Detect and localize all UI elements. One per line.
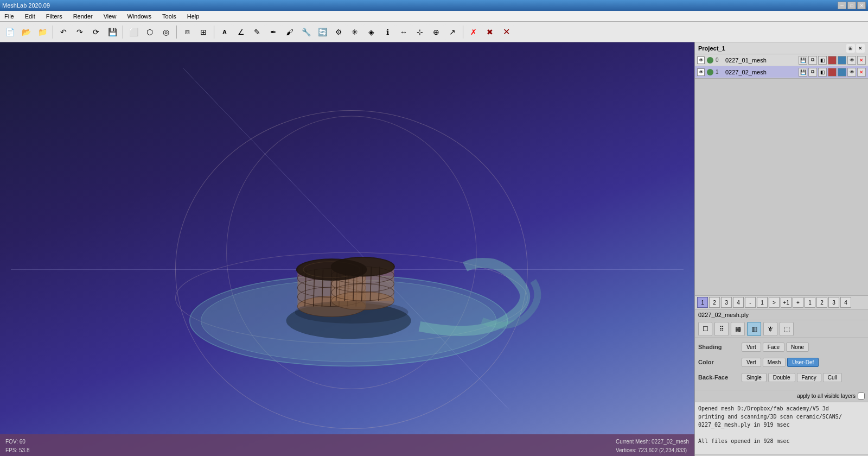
close-button[interactable]: ✕ bbox=[857, 2, 866, 9]
box-select-btn[interactable]: ⬜ bbox=[126, 24, 141, 40]
page-1-btn[interactable]: 1 bbox=[697, 297, 708, 308]
save-btn[interactable]: 💾 bbox=[105, 24, 120, 40]
angle-btn[interactable]: ∠ bbox=[233, 24, 248, 40]
page-next-btn[interactable]: > bbox=[769, 297, 780, 308]
render-points-btn[interactable]: ⠿ bbox=[714, 322, 729, 336]
color-mesh-btn[interactable]: Mesh bbox=[763, 358, 786, 367]
mesh-del-0[interactable]: ✕ bbox=[857, 56, 866, 65]
mesh-col1-0[interactable] bbox=[828, 56, 837, 65]
lasso-btn[interactable]: ◎ bbox=[158, 24, 174, 40]
project-close-btn[interactable]: ✕ bbox=[856, 44, 865, 53]
info-btn[interactable]: 🔧 bbox=[298, 24, 314, 40]
backface-cull-btn[interactable]: Cull bbox=[823, 373, 842, 382]
mesh-index-1: 1 bbox=[716, 69, 723, 75]
mesh-eye-1[interactable]: 👁 bbox=[697, 68, 705, 76]
mesh-eye-0[interactable]: 👁 bbox=[697, 56, 705, 64]
render-bbox-btn[interactable]: ☐ bbox=[698, 322, 712, 336]
menu-help[interactable]: Help bbox=[185, 12, 202, 21]
ortho-btn[interactable]: ⊞ bbox=[196, 24, 211, 40]
page-plus-btn[interactable]: + bbox=[793, 297, 803, 308]
menu-filters[interactable]: Filters bbox=[44, 12, 65, 21]
mesh-eye2-0[interactable]: 👁 bbox=[847, 56, 856, 65]
page-2b-btn[interactable]: 2 bbox=[816, 297, 827, 308]
color-row: Color Vert Mesh User-Def bbox=[698, 356, 865, 368]
backface-double-btn[interactable]: Double bbox=[768, 373, 795, 382]
page-minus-btn[interactable]: - bbox=[745, 297, 756, 308]
mesh-dupe-1[interactable]: ⧉ bbox=[808, 68, 817, 77]
mesh-save-0[interactable]: 💾 bbox=[799, 56, 807, 65]
xyz-btn[interactable]: ⊹ bbox=[412, 24, 427, 40]
color-vert-btn[interactable]: Vert bbox=[742, 358, 761, 367]
render-texture-btn[interactable]: ⬚ bbox=[780, 322, 794, 336]
shading-face-btn[interactable]: Face bbox=[763, 343, 784, 352]
mesh-col2-0[interactable] bbox=[838, 56, 846, 65]
render-flat-btn[interactable]: 🗡 bbox=[763, 322, 777, 336]
measure-btn[interactable]: A bbox=[217, 24, 232, 40]
red-x-btn[interactable]: ✗ bbox=[466, 24, 481, 40]
reload-btn[interactable]: ⟳ bbox=[88, 24, 104, 40]
mesh-row-0[interactable]: 👁 0 0227_01_mesh 💾 ⧉ ◧ 👁 ✕ bbox=[695, 54, 868, 66]
page-2a-btn[interactable]: 2 bbox=[709, 297, 720, 308]
arrow-btn[interactable]: ↔ bbox=[396, 24, 411, 40]
backface-single-btn[interactable]: Single bbox=[742, 373, 767, 382]
shading-vert-btn[interactable]: Vert bbox=[742, 343, 761, 352]
split-btn[interactable]: ⧈ bbox=[180, 24, 195, 40]
mesh-row-1[interactable]: 👁 1 0227_02_mesh 💾 ⧉ ◧ 👁 ✕ bbox=[695, 66, 868, 78]
paint-btn[interactable]: 🖌 bbox=[282, 24, 297, 40]
magnet-btn[interactable]: 🔄 bbox=[315, 24, 330, 40]
mesh-del-1[interactable]: ✕ bbox=[857, 68, 866, 77]
backface-label: Back-Face bbox=[698, 374, 742, 381]
project-expand-btn[interactable]: ⊞ bbox=[846, 44, 855, 53]
layer-space bbox=[695, 79, 868, 295]
red-x3-btn[interactable]: ✕ bbox=[499, 24, 514, 40]
brush-btn[interactable]: ✒ bbox=[266, 24, 281, 40]
arrow2-btn[interactable]: ↗ bbox=[445, 24, 460, 40]
color-userdef-btn[interactable]: User-Def bbox=[787, 358, 819, 367]
mesh-filename-text: 0227_02_mesh.ply bbox=[698, 312, 749, 318]
apply-checkbox[interactable] bbox=[858, 392, 865, 400]
redo-btn[interactable]: ↷ bbox=[72, 24, 87, 40]
open-btn[interactable]: 📂 bbox=[18, 24, 34, 40]
open2-btn[interactable]: 📁 bbox=[35, 24, 50, 40]
clean-log-button[interactable]: Clean Log bbox=[695, 454, 868, 456]
mesh-col1-1[interactable] bbox=[828, 68, 837, 77]
menu-render[interactable]: Render bbox=[71, 12, 95, 21]
shading-none-btn[interactable]: None bbox=[786, 343, 809, 352]
cursor-btn[interactable]: ⊕ bbox=[429, 24, 444, 40]
align-btn[interactable]: ⚙ bbox=[331, 24, 346, 40]
mesh-save-1[interactable]: 💾 bbox=[799, 68, 807, 77]
red-x2-btn[interactable]: ✖ bbox=[482, 24, 497, 40]
poly-select-btn[interactable]: ⬡ bbox=[142, 24, 157, 40]
info2-btn[interactable]: ℹ bbox=[380, 24, 395, 40]
undo-btn[interactable]: ↶ bbox=[56, 24, 71, 40]
page-3-btn[interactable]: 3 bbox=[721, 297, 732, 308]
render-wire-btn[interactable]: ▥ bbox=[747, 322, 761, 336]
menu-file[interactable]: File bbox=[2, 12, 16, 21]
page-1c-btn[interactable]: 1 bbox=[805, 297, 815, 308]
mesh-index-0: 0 bbox=[716, 57, 723, 63]
menu-view[interactable]: View bbox=[101, 12, 119, 21]
mesh-dupe-0[interactable]: ⧉ bbox=[808, 56, 817, 65]
maximize-button[interactable]: □ bbox=[847, 2, 856, 9]
page-plus1-btn[interactable]: +1 bbox=[781, 297, 792, 308]
backface-fancy-btn[interactable]: Fancy bbox=[797, 373, 821, 382]
mesh-eye2-1[interactable]: 👁 bbox=[847, 68, 856, 77]
minimize-button[interactable]: ─ bbox=[838, 2, 846, 9]
menu-tools[interactable]: Tools bbox=[160, 12, 178, 21]
viewport[interactable]: FOV: 60 FPS: 53.8 BO_RENDERING Current M… bbox=[0, 42, 694, 456]
mesh-view-1[interactable]: ◧ bbox=[818, 68, 827, 77]
pick-btn[interactable]: ✎ bbox=[250, 24, 265, 40]
page-1b-btn[interactable]: 1 bbox=[757, 297, 768, 308]
scatter-btn[interactable]: ✳ bbox=[347, 24, 362, 40]
mesh-view-0[interactable]: ◧ bbox=[818, 56, 827, 65]
mesh-col2-1[interactable] bbox=[838, 68, 846, 77]
render-solid-btn[interactable]: ▩ bbox=[731, 322, 745, 336]
page-4b-btn[interactable]: 4 bbox=[840, 297, 851, 308]
page-4-btn[interactable]: 4 bbox=[733, 297, 744, 308]
svg-line-4 bbox=[183, 42, 508, 434]
color2-btn[interactable]: ◈ bbox=[363, 24, 379, 40]
new-btn[interactable]: 📄 bbox=[2, 24, 17, 40]
page-3b-btn[interactable]: 3 bbox=[828, 297, 839, 308]
menu-windows[interactable]: Windows bbox=[125, 12, 154, 21]
menu-edit[interactable]: Edit bbox=[23, 12, 37, 21]
